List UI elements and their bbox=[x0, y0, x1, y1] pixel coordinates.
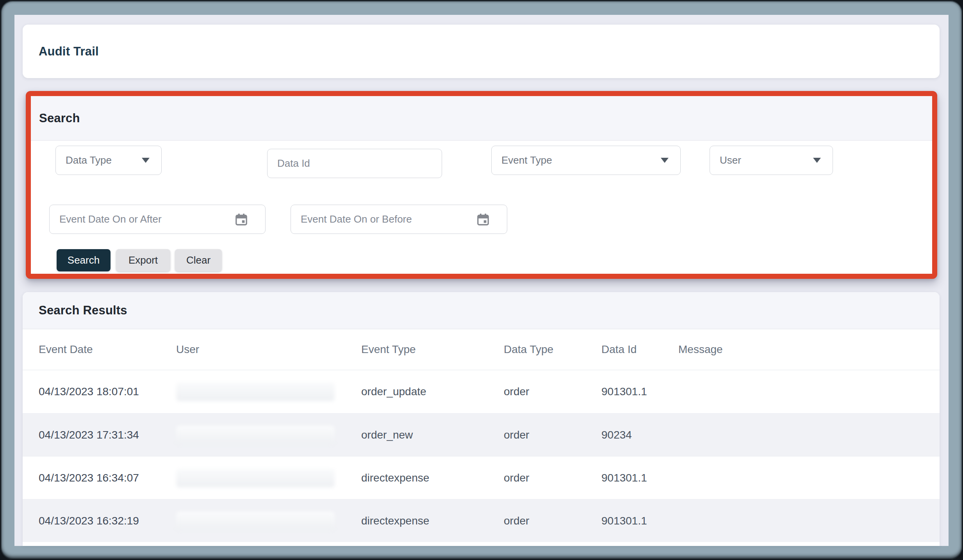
page-title: Audit Trail bbox=[39, 45, 99, 59]
cell-event-type: order_new bbox=[361, 429, 413, 441]
cell-event-date: 04/13/2023 16:32:19 bbox=[39, 515, 139, 527]
cell-data-id: 901301.1 bbox=[601, 385, 647, 398]
cell-data-type: order bbox=[504, 472, 529, 484]
audit-trail-card: Audit Trail bbox=[23, 25, 940, 78]
cell-event-type: order_update bbox=[361, 385, 426, 398]
results-card-header: Search Results bbox=[23, 292, 940, 329]
cell-event-type: directexpense bbox=[361, 515, 429, 527]
cell-data-id: 901301.1 bbox=[601, 515, 647, 527]
app-background: Audit Trail Search Data Type Event Type bbox=[14, 15, 949, 546]
results-table-header: Event Date User Event Type Data Type Dat… bbox=[23, 329, 940, 370]
chevron-down-icon bbox=[661, 158, 669, 163]
table-row[interactable]: 04/13/2023 18:07:01 order_update order 9… bbox=[23, 370, 940, 413]
data-type-select-label: Data Type bbox=[66, 154, 112, 166]
table-row[interactable]: 04/13/2023 16:32:19 directexpense order … bbox=[23, 499, 940, 542]
table-row[interactable]: 04/13/2023 17:31:34 order_new order 9023… bbox=[23, 413, 940, 456]
redacted-user-value bbox=[176, 469, 335, 487]
user-select[interactable]: User bbox=[710, 146, 833, 175]
search-results-card: Search Results Event Date User Event Typ… bbox=[23, 292, 940, 546]
column-header-data-type: Data Type bbox=[504, 343, 553, 356]
cell-data-type: order bbox=[504, 515, 529, 527]
data-type-select[interactable]: Data Type bbox=[55, 146, 162, 175]
search-card-header: Search bbox=[31, 96, 932, 141]
export-button[interactable]: Export bbox=[116, 249, 170, 271]
cell-event-date: 04/13/2023 17:31:34 bbox=[39, 429, 139, 441]
cell-data-type: order bbox=[504, 385, 529, 398]
event-date-after-field-wrap bbox=[49, 205, 266, 234]
column-header-user: User bbox=[176, 343, 199, 356]
cell-data-type: order bbox=[504, 429, 529, 441]
clear-button[interactable]: Clear bbox=[175, 249, 222, 271]
search-section-highlight: Search Data Type Event Type User bbox=[26, 91, 937, 279]
data-id-field-wrap bbox=[267, 149, 442, 178]
redacted-user-value bbox=[176, 426, 335, 444]
event-type-select-label: Event Type bbox=[501, 154, 552, 166]
window-frame: Audit Trail Search Data Type Event Type bbox=[1, 1, 962, 559]
redacted-user-value bbox=[176, 512, 335, 530]
table-row[interactable]: 04/13/2023 16:34:07 directexpense order … bbox=[23, 456, 940, 499]
user-select-label: User bbox=[720, 154, 741, 166]
results-title: Search Results bbox=[39, 303, 127, 317]
cell-event-type: directexpense bbox=[361, 472, 429, 484]
search-form: Data Type Event Type User bbox=[31, 141, 932, 274]
event-date-before-field-wrap bbox=[291, 205, 507, 234]
chevron-down-icon bbox=[813, 158, 821, 163]
event-type-select[interactable]: Event Type bbox=[491, 146, 681, 175]
calendar-icon[interactable] bbox=[234, 212, 248, 227]
cell-data-id: 901301.1 bbox=[601, 472, 647, 484]
cell-event-date: 04/13/2023 16:34:07 bbox=[39, 472, 139, 484]
calendar-icon[interactable] bbox=[476, 212, 490, 227]
search-title: Search bbox=[39, 111, 80, 125]
cell-data-id: 90234 bbox=[601, 429, 632, 441]
column-header-data-id: Data Id bbox=[601, 343, 637, 356]
redacted-user-value bbox=[176, 382, 335, 401]
event-date-after-input[interactable] bbox=[49, 205, 266, 234]
column-header-event-type: Event Type bbox=[361, 343, 416, 356]
cell-event-date: 04/13/2023 18:07:01 bbox=[39, 385, 139, 398]
data-id-input[interactable] bbox=[267, 149, 442, 178]
search-button[interactable]: Search bbox=[57, 249, 111, 271]
chevron-down-icon bbox=[142, 158, 150, 163]
column-header-event-date: Event Date bbox=[39, 343, 93, 356]
event-date-before-input[interactable] bbox=[291, 205, 507, 234]
column-header-message: Message bbox=[678, 343, 723, 356]
